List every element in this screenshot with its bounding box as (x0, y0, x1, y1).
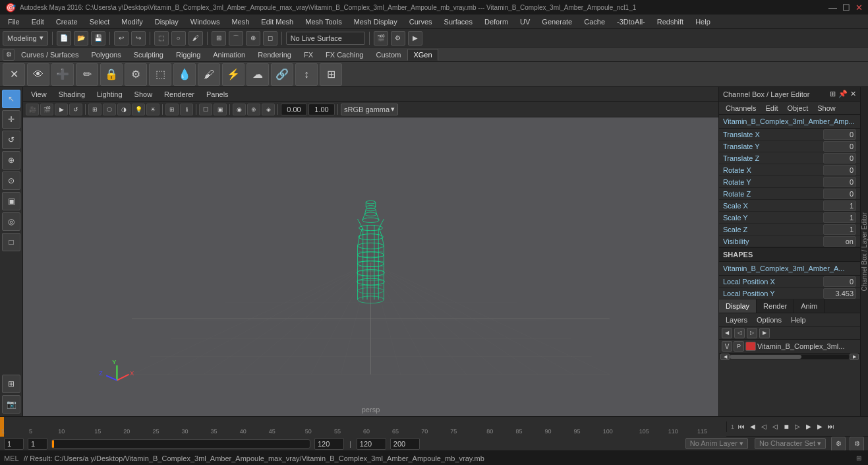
vp-menu-view[interactable]: View (26, 89, 52, 100)
menu-windows[interactable]: Windows (185, 16, 225, 27)
snap-point-btn[interactable]: ⊕ (246, 31, 260, 46)
channel-box-close-icon[interactable]: ✕ (850, 90, 856, 98)
scroll-thumb[interactable] (730, 355, 801, 359)
vp-coord-y[interactable] (308, 104, 335, 115)
range-end-input[interactable] (314, 438, 344, 450)
channel-value-tx[interactable] (823, 129, 856, 140)
playback-play-backward[interactable]: ◁ (770, 421, 780, 432)
render-settings-btn[interactable]: ⚙ (391, 31, 405, 46)
scale-tool-btn[interactable]: ⊕ (2, 151, 20, 170)
open-btn[interactable]: 📂 (74, 31, 88, 46)
channel-value-ty[interactable] (823, 141, 856, 152)
range-end-2-input[interactable] (357, 438, 386, 450)
render-btn[interactable]: 🎬 (374, 31, 388, 46)
workspace-dropdown[interactable]: Modeling ▾ (3, 31, 48, 46)
shelf-icon-3[interactable]: ➕ (51, 63, 74, 86)
ch-menu-show[interactable]: Show (813, 104, 840, 113)
menu-mesh-display[interactable]: Mesh Display (349, 16, 403, 27)
layer-playback-btn[interactable]: P (734, 341, 744, 352)
snap-grid-btn[interactable]: ⊞ (212, 31, 226, 46)
shelf-tab-sculpting[interactable]: Sculpting (128, 49, 169, 61)
vp-menu-panels[interactable]: Panels (201, 89, 234, 100)
anim-preferences-btn[interactable]: ⚙ (850, 437, 864, 451)
attribute-editor-sidebar[interactable]: Channel Box / Layer Editor (860, 87, 868, 416)
playback-next-frame[interactable]: ▶ (803, 421, 814, 432)
close-button[interactable]: ✕ (855, 3, 863, 13)
lasso-btn[interactable]: ○ (171, 31, 186, 46)
gamma-dropdown[interactable]: sRGB gamma ▾ (341, 104, 398, 115)
menu-mesh[interactable]: Mesh (226, 16, 254, 27)
shelf-icon-8[interactable]: 💧 (173, 63, 196, 86)
maximize-button[interactable]: ☐ (842, 3, 850, 13)
select-btn[interactable]: ⬚ (154, 31, 169, 46)
vp-hud-btn[interactable]: ℹ (180, 104, 193, 115)
save-btn[interactable]: 💾 (91, 31, 105, 46)
vp-menu-lighting[interactable]: Lighting (92, 89, 128, 100)
move-tool-btn[interactable]: ✛ (2, 110, 20, 129)
shelf-icon-10[interactable]: ⚡ (222, 63, 245, 86)
shelf-icon-11[interactable]: ☁ (246, 63, 269, 86)
shelf-icon-2[interactable]: 👁 (27, 63, 49, 86)
layer-visibility-btn[interactable]: V (722, 341, 732, 352)
shelf-tab-custom[interactable]: Custom (370, 49, 407, 61)
ipr-btn[interactable]: ▶ (408, 31, 422, 46)
vp-menu-renderer[interactable]: Renderer (159, 89, 200, 100)
vp-resolution-btn[interactable]: ☐ (199, 104, 212, 115)
scroll-track[interactable] (730, 355, 850, 359)
vp-shade-btn[interactable]: ◑ (117, 104, 130, 115)
layers-menu-options[interactable]: Options (753, 315, 786, 325)
menu-select[interactable]: Select (84, 16, 115, 27)
select-tool-btn[interactable]: ↖ (2, 90, 20, 108)
vp-gate-btn[interactable]: ▣ (214, 104, 227, 115)
menu-modify[interactable]: Modify (116, 16, 148, 27)
max-frame-input[interactable] (390, 438, 420, 450)
vp-loop-btn[interactable]: ↺ (69, 104, 82, 115)
shelf-icon-7[interactable]: ⬚ (149, 63, 171, 86)
tab-display[interactable]: Display (719, 299, 757, 313)
timeline-scale[interactable]: 1 5 10 15 20 25 30 35 40 45 50 55 60 65 … (0, 417, 726, 437)
current-frame-input-2[interactable] (28, 438, 47, 450)
shelf-tab-fx[interactable]: FX (298, 49, 319, 61)
vp-isolate-btn[interactable]: ◉ (233, 104, 246, 115)
new-scene-btn[interactable]: 📄 (57, 31, 71, 46)
vp-play-btn[interactable]: ▶ (55, 104, 68, 115)
menu-edit[interactable]: Edit (26, 16, 49, 27)
soft-mod-btn[interactable]: ▣ (2, 192, 20, 210)
channel-value-sx[interactable] (823, 201, 856, 211)
menu-cache[interactable]: Cache (579, 16, 610, 27)
playback-goto-end[interactable]: ⏭ (826, 421, 836, 432)
shelf-tab-fx-caching[interactable]: FX Caching (320, 49, 369, 61)
menu-create[interactable]: Create (51, 16, 83, 27)
tab-render[interactable]: Render (757, 299, 794, 313)
vp-film-btn[interactable]: 🎬 (40, 104, 53, 115)
universal-tool-btn[interactable]: ⊙ (2, 171, 20, 190)
shelf-icon-6[interactable]: ⚙ (125, 63, 147, 86)
channel-value-tz[interactable] (823, 153, 856, 164)
snap-curve-btn[interactable]: ⌒ (229, 31, 243, 46)
menu-curves[interactable]: Curves (404, 16, 438, 27)
shelf-settings-btn[interactable]: ⚙ (3, 49, 14, 61)
vp-coord-x[interactable] (281, 104, 307, 115)
layer-color-swatch[interactable] (745, 342, 756, 351)
channel-value-sz[interactable] (823, 224, 856, 235)
vp-shadow-btn[interactable]: ☀ (146, 104, 159, 115)
menu-mesh-tools[interactable]: Mesh Tools (300, 16, 347, 27)
shelf-icon-14[interactable]: ⊞ (320, 63, 342, 86)
vp-camera-btn[interactable]: 🎥 (26, 104, 39, 115)
shape-value-local-y[interactable] (823, 288, 856, 299)
menu-display[interactable]: Display (150, 16, 184, 27)
undo-btn[interactable]: ↩ (114, 31, 129, 46)
channel-value-rz[interactable] (823, 189, 856, 199)
snap-mode-btn[interactable]: ⊞ (2, 375, 20, 393)
vp-grid-btn[interactable]: ⊞ (165, 104, 179, 115)
shelf-tab-xgen[interactable]: XGen (407, 49, 438, 61)
layer-icon-4[interactable]: ▶ (759, 328, 770, 338)
menu-redshift[interactable]: Redshift (652, 16, 689, 27)
scroll-left-btn[interactable]: ◀ (720, 354, 730, 360)
vp-smooth-btn[interactable]: ⬡ (103, 104, 116, 115)
layer-icon-1[interactable]: ◀ (722, 328, 732, 338)
shelf-tab-rigging[interactable]: Rigging (170, 49, 206, 61)
channel-value-sy[interactable] (823, 212, 856, 223)
playback-stop[interactable]: ■ (781, 421, 792, 432)
layer-icon-3[interactable]: ▷ (747, 328, 757, 338)
